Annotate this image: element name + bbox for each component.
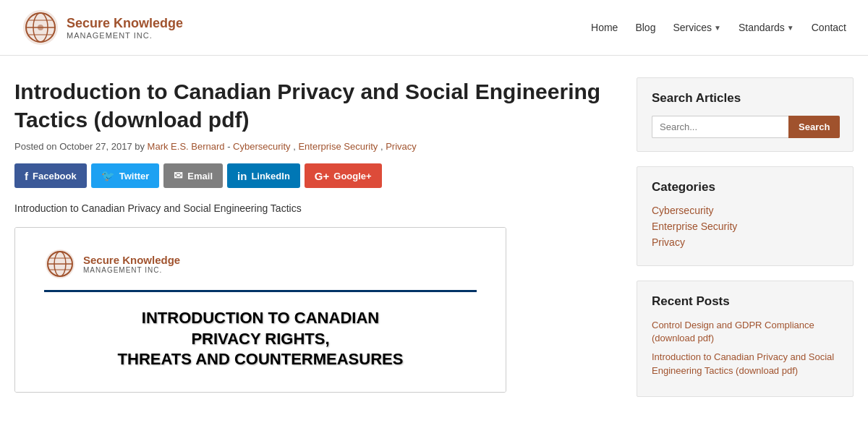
search-button[interactable]: Search — [788, 116, 840, 138]
linkedin-icon: in — [237, 170, 247, 182]
logo-icon — [22, 9, 59, 46]
categories-list: Cybersecurity Enterprise Security Privac… — [652, 205, 838, 249]
logo-title: Secure Knowledge — [67, 16, 183, 31]
list-item: Introduction to Canadian Privacy and Soc… — [652, 351, 838, 377]
pdf-logo-subtitle: Management Inc. — [83, 266, 180, 274]
search-section: Search Articles Search — [637, 77, 854, 152]
categories-section: Categories Cybersecurity Enterprise Secu… — [637, 166, 854, 266]
categories-title: Categories — [652, 180, 838, 195]
nav-standards[interactable]: Standards ▼ — [739, 22, 794, 33]
pdf-title-line3: THREATS AND COUNTERMEASURES — [118, 349, 404, 370]
twitter-icon: 🐦 — [101, 169, 115, 182]
pdf-title-line1: INTRODUCTION TO CANADIAN — [118, 308, 404, 329]
recent-posts-list: Control Design and GDPR Compliance (down… — [652, 319, 838, 377]
standards-dropdown-arrow: ▼ — [787, 24, 794, 32]
meta-date: October 27, 2017 — [59, 141, 132, 152]
facebook-icon: f — [25, 170, 28, 182]
twitter-label: Twitter — [119, 171, 150, 181]
article-caption: Introduction to Canadian Privacy and Soc… — [14, 202, 608, 214]
facebook-label: Facebook — [33, 171, 77, 181]
pdf-inner: Secure Knowledge Management Inc. INTRODU… — [15, 228, 506, 392]
category-cybersecurity[interactable]: Cybersecurity — [652, 205, 714, 216]
share-twitter-button[interactable]: 🐦 Twitter — [91, 163, 160, 188]
share-facebook-button[interactable]: f Facebook — [14, 163, 87, 188]
list-item: Cybersecurity — [652, 205, 838, 217]
pdf-title-line2: PRIVACY RIGHTS, — [118, 329, 404, 350]
list-item: Privacy — [652, 236, 838, 249]
category-privacy[interactable]: Privacy — [652, 236, 685, 248]
nav-home[interactable]: Home — [591, 22, 618, 33]
list-item: Control Design and GDPR Compliance (down… — [652, 319, 838, 345]
category-enterprise-security[interactable]: Enterprise Security — [652, 221, 737, 232]
logo-text: Secure Knowledge Management Inc. — [67, 16, 183, 40]
sidebar: Search Articles Search Categories Cybers… — [637, 77, 854, 411]
pdf-preview-box: Secure Knowledge Management Inc. INTRODU… — [14, 227, 506, 393]
search-input[interactable] — [652, 116, 788, 138]
email-icon: ✉ — [174, 169, 183, 182]
services-dropdown-arrow: ▼ — [714, 24, 721, 32]
nav-services[interactable]: Services ▼ — [673, 22, 721, 33]
nav-contact[interactable]: Contact — [812, 22, 846, 33]
meta-cat2[interactable]: Enterprise Security — [298, 141, 378, 152]
article-title: Introduction to Canadian Privacy and Soc… — [14, 77, 608, 134]
meta-sep1: - — [227, 141, 233, 152]
recent-posts-section: Recent Posts Control Design and GDPR Com… — [637, 281, 854, 397]
meta-by: by — [135, 141, 147, 152]
search-section-title: Search Articles — [652, 91, 838, 106]
nav-blog[interactable]: Blog — [635, 22, 655, 33]
list-item: Enterprise Security — [652, 221, 838, 233]
pdf-logo-title: Secure Knowledge — [83, 254, 180, 266]
main-column: Introduction to Canadian Privacy and Soc… — [14, 77, 608, 411]
share-linkedin-button[interactable]: in LinkedIn — [227, 163, 300, 188]
googleplus-label: Google+ — [333, 171, 371, 181]
recent-post-privacy[interactable]: Introduction to Canadian Privacy and Soc… — [652, 351, 834, 375]
page-content: Introduction to Canadian Privacy and Soc… — [0, 56, 868, 423]
meta-cat3[interactable]: Privacy — [386, 141, 417, 152]
pdf-logo-text: Secure Knowledge Management Inc. — [83, 254, 180, 274]
googleplus-icon: G+ — [315, 170, 329, 182]
meta-author[interactable]: Mark E.S. Bernard — [148, 141, 225, 152]
pdf-divider — [44, 290, 477, 292]
site-header: Secure Knowledge Management Inc. Home Bl… — [0, 0, 868, 56]
svg-point-6 — [38, 25, 43, 30]
recent-post-gdpr[interactable]: Control Design and GDPR Compliance (down… — [652, 320, 814, 343]
email-label: Email — [187, 171, 213, 181]
pdf-main-title: INTRODUCTION TO CANADIAN PRIVACY RIGHTS,… — [118, 308, 404, 370]
nav-standards-link[interactable]: Standards — [739, 22, 785, 33]
recent-posts-title: Recent Posts — [652, 294, 838, 309]
pdf-logo-icon — [44, 248, 76, 280]
linkedin-label: LinkedIn — [251, 171, 289, 181]
main-nav: Home Blog Services ▼ Standards ▼ Contact — [591, 22, 846, 33]
meta-prefix: Posted on — [14, 141, 59, 152]
share-email-button[interactable]: ✉ Email — [163, 163, 223, 188]
social-share-buttons: f Facebook 🐦 Twitter ✉ Email in LinkedIn… — [14, 163, 608, 188]
logo[interactable]: Secure Knowledge Management Inc. — [22, 9, 183, 46]
nav-services-link[interactable]: Services — [673, 22, 712, 33]
logo-subtitle: Management Inc. — [67, 31, 183, 40]
pdf-logo-row: Secure Knowledge Management Inc. — [44, 248, 180, 280]
search-row: Search — [652, 116, 838, 138]
meta-cat1[interactable]: Cybersecurity — [233, 141, 290, 152]
share-googleplus-button[interactable]: G+ Google+ — [305, 163, 382, 188]
article-meta: Posted on October 27, 2017 by Mark E.S. … — [14, 141, 608, 152]
